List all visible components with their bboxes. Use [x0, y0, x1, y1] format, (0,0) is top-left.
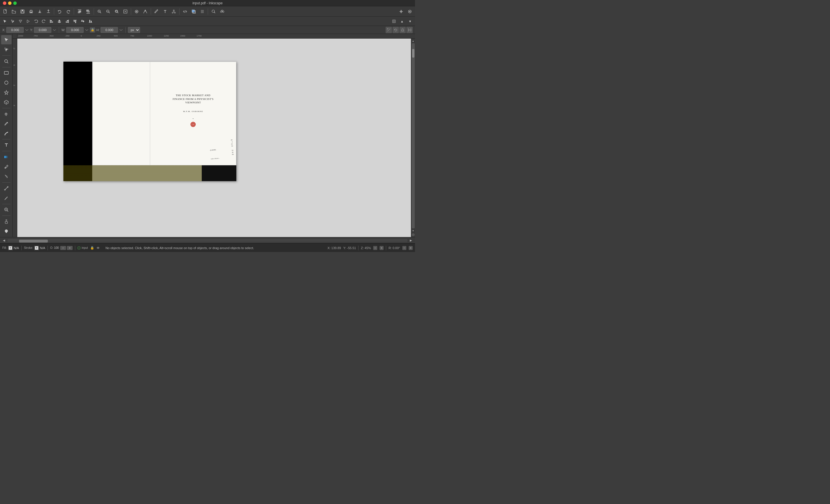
- w-input[interactable]: 0.000: [66, 27, 84, 33]
- text-tool-button[interactable]: [161, 7, 169, 15]
- zoom-in-tool-btn[interactable]: [1, 205, 11, 214]
- pencil-tool-button[interactable]: [153, 7, 161, 15]
- paint-tool-btn[interactable]: [1, 227, 11, 236]
- h-scroll-thumb[interactable]: [19, 240, 48, 242]
- rect-tool-btn[interactable]: [1, 69, 11, 78]
- zoom-increase-button[interactable]: [380, 246, 384, 250]
- find-button[interactable]: [210, 7, 218, 15]
- snap-toggle-button[interactable]: [133, 7, 141, 15]
- snap-enable-button[interactable]: [397, 7, 405, 15]
- circle-tool-btn[interactable]: [1, 78, 11, 87]
- layer-lock-icon[interactable]: 🔒: [90, 246, 94, 250]
- align-button[interactable]: [198, 7, 206, 15]
- h-input[interactable]: 0.000: [101, 27, 118, 33]
- unit-select[interactable]: px: [128, 27, 140, 33]
- align-middle-v-tool[interactable]: [79, 18, 87, 25]
- preferences-button[interactable]: [406, 7, 414, 15]
- titlebar: input.pdf - Inkscape: [0, 0, 415, 6]
- measure-tool-btn[interactable]: [1, 194, 11, 203]
- snap-up-button[interactable]: ▲: [398, 18, 406, 25]
- close-button[interactable]: [3, 1, 6, 5]
- scroll-down-button[interactable]: ▼: [412, 229, 415, 232]
- rotate-cw-tool[interactable]: [32, 18, 40, 25]
- minimize-button[interactable]: [8, 1, 11, 5]
- lock-ratio-button[interactable]: 🔒: [90, 27, 95, 33]
- x-input[interactable]: 0.000: [6, 27, 24, 33]
- transform-skew-button[interactable]: [400, 27, 406, 33]
- spray-tool-btn[interactable]: [1, 217, 11, 226]
- text-tool-btn[interactable]: [1, 140, 11, 150]
- bottom-scrollbar: ◀ ▶: [0, 237, 415, 243]
- transform-matrix-button[interactable]: [406, 27, 413, 33]
- opacity-decrease[interactable]: [60, 246, 66, 250]
- connector-tool-btn[interactable]: [1, 184, 11, 193]
- select-tool-btn[interactable]: [1, 35, 11, 44]
- pencil-draw-tool-btn[interactable]: [1, 119, 11, 129]
- new-button[interactable]: [1, 7, 9, 15]
- cursor-y: Y: -55.51: [343, 246, 356, 250]
- snap-to-grid-button[interactable]: [390, 18, 398, 25]
- node-tool-button[interactable]: [170, 7, 178, 15]
- rotation-increase-button[interactable]: [409, 246, 413, 250]
- snap-nodes-button[interactable]: [141, 7, 149, 15]
- zoom-drawing-button[interactable]: [121, 7, 129, 15]
- transform-scale-button[interactable]: [386, 27, 392, 33]
- zoom-fit-button[interactable]: [95, 7, 103, 15]
- left-sidebar: [0, 34, 13, 237]
- export-button[interactable]: [44, 7, 53, 15]
- open-button[interactable]: [10, 7, 18, 15]
- canvas[interactable]: THE STOCK MARKET ANDFINANCE FROM A PHYSI…: [17, 39, 415, 237]
- raise-to-top-button[interactable]: [75, 7, 84, 15]
- svg-rect-3: [21, 11, 24, 13]
- spiral-tool-btn[interactable]: [1, 109, 11, 119]
- zoom-page-button[interactable]: [113, 7, 121, 15]
- undo-button[interactable]: [56, 7, 64, 15]
- calligraphy-tool-btn[interactable]: [1, 129, 11, 138]
- layer-visibility-icon[interactable]: 👁: [97, 246, 100, 250]
- zoom-in-button[interactable]: [104, 7, 112, 15]
- align-top-tool[interactable]: [71, 18, 79, 25]
- xml-editor-button[interactable]: [181, 7, 189, 15]
- 3d-box-tool-btn[interactable]: [1, 98, 11, 107]
- h-scroll-track[interactable]: [7, 239, 408, 242]
- h-scroll-right[interactable]: ▶: [409, 239, 413, 242]
- opacity-increase[interactable]: [67, 246, 73, 250]
- redo-button[interactable]: [64, 7, 72, 15]
- snap-down-button[interactable]: ▼: [406, 18, 414, 25]
- print-button[interactable]: [27, 7, 35, 15]
- gradient-tool-btn[interactable]: [1, 153, 11, 162]
- paint-bucket-tool-btn[interactable]: [1, 172, 11, 181]
- node-edit-tool[interactable]: [9, 18, 17, 25]
- zoom-decrease-button[interactable]: [373, 246, 377, 250]
- stroke-color-box[interactable]: ✕: [34, 246, 39, 250]
- transform-rotate-button[interactable]: [392, 27, 399, 33]
- maximize-button[interactable]: [13, 1, 17, 5]
- flip-v-tool[interactable]: [25, 18, 32, 25]
- fill-color-box[interactable]: ✕: [8, 246, 13, 250]
- import-button[interactable]: [36, 7, 44, 15]
- align-bottom-tool[interactable]: [87, 18, 94, 25]
- align-center-h-tool[interactable]: [56, 18, 63, 25]
- extensions-button[interactable]: [218, 7, 226, 15]
- scroll-up-button[interactable]: ▲: [412, 39, 415, 43]
- flip-h-tool[interactable]: [17, 18, 24, 25]
- svg-point-29: [409, 11, 410, 12]
- h-scroll-left[interactable]: ◀: [2, 239, 6, 242]
- zoom-tool-btn[interactable]: [1, 57, 11, 66]
- scroll-track-v[interactable]: [412, 43, 415, 228]
- lower-to-bottom-button[interactable]: [84, 7, 92, 15]
- fill-stroke-button[interactable]: [190, 7, 198, 15]
- rotation-decrease-button[interactable]: [402, 246, 406, 250]
- y-input[interactable]: 0.000: [34, 27, 51, 33]
- layer-name: input: [82, 246, 88, 249]
- save-button[interactable]: [19, 7, 27, 15]
- align-right-tool[interactable]: [63, 18, 71, 25]
- align-left-tool[interactable]: [48, 18, 55, 25]
- status-message: No objects selected. Click, Shift+click,…: [105, 246, 325, 250]
- scroll-thumb-v[interactable]: [412, 49, 414, 58]
- select-tool[interactable]: [1, 18, 9, 25]
- node-tool-btn[interactable]: [1, 45, 11, 54]
- star-tool-btn[interactable]: [1, 88, 11, 97]
- rotate-ccw-tool[interactable]: [40, 18, 47, 25]
- dropper-tool-btn[interactable]: [1, 162, 11, 171]
